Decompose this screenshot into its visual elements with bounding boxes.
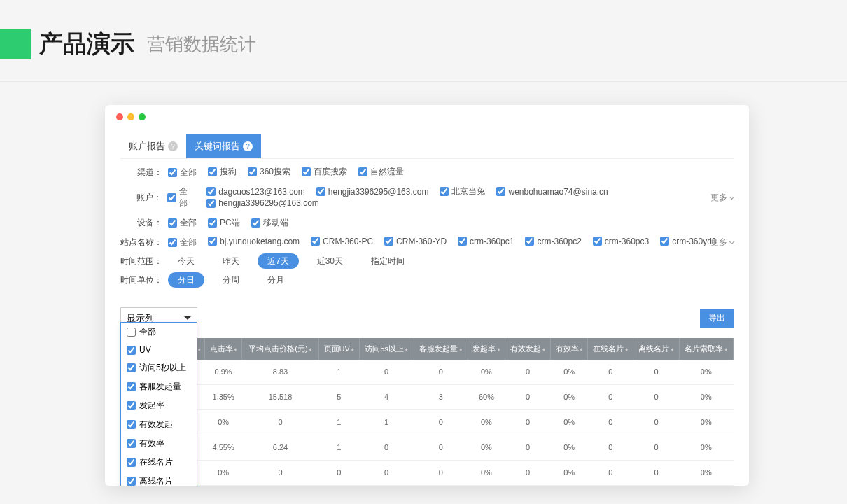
- data-table: ♦账户♦费♦点击率♦平均点击价格(元)♦页面UV♦访问5s以上♦客服发起量♦发起…: [120, 338, 734, 486]
- column-header[interactable]: 有效率♦: [551, 338, 588, 360]
- checkbox-option[interactable]: CRM-360-YD: [384, 237, 447, 246]
- checkbox-option[interactable]: PC端: [208, 217, 240, 229]
- minimize-icon[interactable]: [127, 113, 134, 120]
- checkbox-option[interactable]: crm-360pc3: [593, 237, 649, 246]
- filter-site: 站点名称： 全部 bj.yunduoketang.comCRM-360-PCCR…: [120, 237, 734, 248]
- page-title: 产品演示: [39, 28, 134, 60]
- checkbox-option[interactable]: 北京当兔: [440, 186, 485, 197]
- help-icon[interactable]: ?: [243, 141, 253, 151]
- column-header[interactable]: 页面UV♦: [318, 338, 359, 360]
- range-option[interactable]: 近30天: [307, 253, 353, 269]
- sort-icon: ♦: [497, 346, 500, 353]
- range-option[interactable]: 指定时间: [361, 253, 414, 269]
- sort-icon: ♦: [580, 346, 583, 353]
- checkbox-option[interactable]: bj.yunduoketang.com: [208, 237, 300, 246]
- close-icon[interactable]: [116, 113, 123, 120]
- browser-window: 账户报告 ? 关键词报告 ? 渠道： 全部 搜狗360搜索百度搜索自然流量 账户…: [105, 105, 749, 486]
- more-link[interactable]: 更多: [710, 192, 734, 204]
- checkbox-option[interactable]: 自然流量: [358, 166, 404, 178]
- page-subtitle: 营销数据统计: [147, 32, 256, 57]
- checkbox-option[interactable]: crm-360yd3: [660, 237, 716, 246]
- checkbox-option[interactable]: hengjia3396295@163.com: [206, 198, 319, 208]
- table-row: 堂bj-云朵课堂4.55%6.241000%00%000%: [120, 435, 734, 460]
- filter-unit: 时间单位： 分日分周分月: [120, 274, 734, 286]
- table-row: 堂bj-云朵课堂1.35%15.51854360%00%000%: [120, 384, 734, 410]
- tab-label: 账户报告: [129, 140, 165, 153]
- checkbox-all[interactable]: 全部: [167, 186, 195, 209]
- sort-icon: ♦: [671, 346, 673, 353]
- columns-dropdown: 全部UV访问5秒以上客服发起量发起率有效发起有效率在线名片离线名片名片索取率有效…: [120, 322, 197, 486]
- unit-option[interactable]: 分周: [213, 272, 249, 288]
- checkbox-option[interactable]: dagcuos123@163.com: [206, 187, 305, 197]
- sort-icon: ♦: [351, 346, 354, 353]
- dropdown-item[interactable]: 客服发起量: [121, 377, 197, 396]
- checkbox-option[interactable]: 移动端: [251, 217, 288, 229]
- checkbox-option[interactable]: wenbohuamao74@sina.cn: [496, 187, 608, 197]
- dropdown-item[interactable]: 访问5秒以上: [121, 358, 197, 377]
- sort-icon: ♦: [198, 346, 201, 353]
- dropdown-item[interactable]: 有效率: [121, 434, 197, 453]
- filter-channel: 渠道： 全部 搜狗360搜索百度搜索自然流量: [120, 166, 734, 178]
- filter-label: 站点名称：: [120, 237, 162, 248]
- maximize-icon[interactable]: [139, 113, 146, 120]
- checkbox-all[interactable]: 全部: [168, 237, 197, 248]
- dropdown-item[interactable]: UV: [121, 342, 197, 358]
- help-icon[interactable]: ?: [168, 141, 178, 151]
- logo-block: [0, 29, 31, 59]
- column-header[interactable]: 在线名片♦: [588, 338, 634, 360]
- checkbox-all[interactable]: 全部: [168, 167, 197, 178]
- column-header[interactable]: 客服发起量♦: [414, 338, 468, 360]
- column-header[interactable]: 离线名片♦: [634, 338, 679, 360]
- export-button[interactable]: 导出: [700, 309, 734, 328]
- filter-label: 渠道：: [120, 167, 162, 178]
- sort-icon: ♦: [724, 346, 727, 353]
- checkbox-option[interactable]: crm-360pc1: [458, 237, 514, 246]
- table-row: 堂bj-云朵课堂0%01100%00%000%: [120, 410, 734, 435]
- filter-label: 时间单位：: [120, 274, 162, 286]
- dropdown-item[interactable]: 发起率: [121, 396, 197, 415]
- filter-device: 设备： 全部 PC端移动端: [120, 217, 734, 230]
- checkbox-option[interactable]: CRM-360-PC: [311, 237, 373, 246]
- page-header: 产品演示 营销数据统计: [0, 0, 847, 82]
- table-row: bj-云朵课堂0%00000%00%000%: [120, 460, 734, 485]
- sort-icon: ♦: [309, 346, 312, 353]
- unit-option[interactable]: 分月: [258, 272, 294, 288]
- dropdown-item[interactable]: 有效发起: [121, 415, 197, 434]
- column-header[interactable]: 名片索取率♦: [679, 338, 733, 360]
- window-controls: [105, 105, 749, 129]
- sort-icon: ♦: [625, 346, 628, 353]
- sort-icon: ♦: [542, 346, 545, 353]
- checkbox-all[interactable]: 全部: [168, 217, 197, 229]
- range-option[interactable]: 昨天: [213, 253, 249, 269]
- chevron-down-icon: [729, 239, 734, 244]
- checkbox-option[interactable]: hengjia3396295@163.com: [316, 187, 429, 197]
- tab-account-report[interactable]: 账户报告 ?: [120, 134, 186, 158]
- dropdown-item[interactable]: 全部: [121, 323, 197, 342]
- checkbox-option[interactable]: crm-360pc2: [525, 237, 581, 246]
- column-header[interactable]: 有效发起♦: [505, 338, 550, 360]
- sort-icon: ♦: [459, 346, 462, 353]
- filter-label: 账户：: [120, 192, 162, 204]
- unit-option[interactable]: 分日: [168, 272, 204, 288]
- tab-keyword-report[interactable]: 关键词报告 ?: [186, 134, 261, 158]
- filter-label: 设备：: [120, 217, 162, 229]
- range-option[interactable]: 今天: [168, 253, 204, 269]
- checkbox-option[interactable]: 搜狗: [208, 166, 237, 178]
- checkbox-option[interactable]: 360搜索: [248, 166, 290, 178]
- filter-label: 时间范围：: [120, 255, 162, 267]
- dropdown-item[interactable]: 离线名片: [121, 472, 197, 486]
- filter-range: 时间范围： 今天昨天近7天近30天指定时间: [120, 255, 734, 267]
- dropdown-item[interactable]: 在线名片: [121, 453, 197, 472]
- chevron-down-icon: [729, 195, 734, 200]
- more-link[interactable]: 更多: [710, 237, 734, 248]
- table-row: 堂bj-云朵课堂0.9%8.831000%00%000%: [120, 360, 734, 385]
- checkbox-option[interactable]: 百度搜索: [302, 166, 347, 178]
- column-header[interactable]: 平均点击价格(元)♦: [242, 338, 319, 360]
- column-header[interactable]: 发起率♦: [468, 338, 505, 360]
- column-header[interactable]: 点击率♦: [205, 338, 242, 360]
- column-header[interactable]: 访问5s以上♦: [359, 338, 414, 360]
- sort-icon: ♦: [405, 346, 408, 353]
- filter-account: 账户： 全部 dagcuos123@163.comhengjia3396295@…: [120, 186, 734, 210]
- range-option[interactable]: 近7天: [258, 253, 299, 269]
- tab-label: 关键词报告: [195, 140, 240, 153]
